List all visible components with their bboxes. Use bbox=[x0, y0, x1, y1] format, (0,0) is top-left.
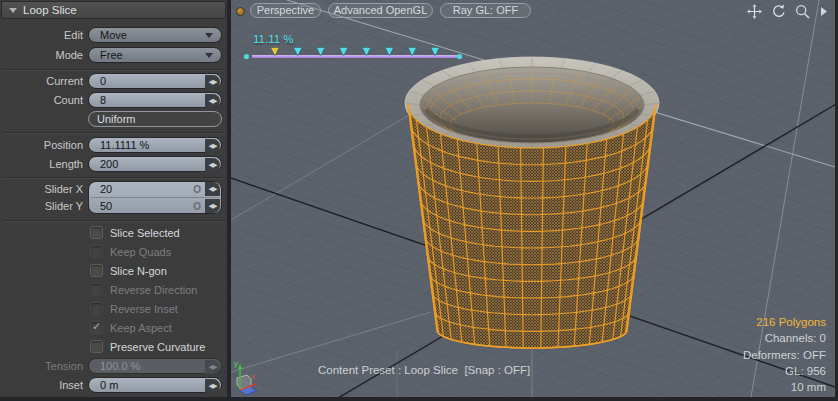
channels-count: Channels: 0 bbox=[743, 330, 826, 346]
slider-xy-field-group: 20 O ◀▶ 50 O ◀▶ bbox=[88, 181, 222, 214]
polygon-count: 216 Polygons bbox=[743, 314, 826, 330]
edit-dropdown[interactable]: Move bbox=[88, 27, 222, 43]
reverse-inset-checkbox bbox=[90, 302, 103, 315]
shading-mode-button[interactable]: Advanced OpenGL bbox=[328, 3, 433, 18]
checkbox-row-keep-aspect: Keep Aspect bbox=[0, 320, 227, 339]
edit-row: Edit Move bbox=[0, 27, 227, 43]
uniform-row: Uniform bbox=[0, 111, 227, 127]
mesh-cup[interactable] bbox=[405, 57, 659, 348]
svg-text:x: x bbox=[251, 372, 255, 381]
perspective-button[interactable]: Perspective bbox=[250, 3, 321, 18]
slider-y-label: Slider Y bbox=[0, 198, 83, 214]
spinner-arrows-icon[interactable]: ◀▶ bbox=[205, 139, 220, 153]
reverse-direction-checkbox bbox=[90, 283, 103, 296]
checkbox-row-slice-selected: Slice Selected bbox=[0, 225, 227, 244]
slice-ngon-checkbox[interactable] bbox=[90, 264, 103, 277]
pan-icon[interactable] bbox=[747, 4, 762, 19]
length-label: Length bbox=[0, 156, 83, 172]
spinner-arrows-icon: ◀▶ bbox=[205, 360, 220, 374]
tension-field: 100.0 % ◀▶ bbox=[88, 358, 222, 374]
gl-count: GL: 956 bbox=[743, 363, 826, 379]
mode-row: Mode Free bbox=[0, 47, 227, 63]
flyout-arrow-icon[interactable] bbox=[819, 6, 828, 17]
spinner-arrows-icon[interactable]: ◀▶ bbox=[205, 158, 220, 172]
chevron-down-icon bbox=[205, 53, 213, 58]
slice-selected-checkbox[interactable] bbox=[90, 226, 103, 239]
svg-text:y: y bbox=[234, 359, 238, 368]
checkbox-row-reverse-inset: Reverse Inset bbox=[0, 301, 227, 320]
checkbox-row-slice-ngon: Slice N-gon bbox=[0, 263, 227, 282]
tension-label: Tension bbox=[0, 358, 83, 374]
slider-y-field[interactable]: 50 O ◀▶ bbox=[89, 199, 221, 214]
3d-viewport[interactable]: xy Perspective Advanced OpenGL Ray GL: O… bbox=[231, 0, 835, 397]
loop-slice-tool-panel: Loop Slice Edit Move Mode Free Current 0… bbox=[0, 0, 227, 397]
panel-title: Loop Slice bbox=[23, 3, 77, 18]
rotate-icon[interactable] bbox=[771, 4, 786, 19]
count-row: Count 8 ◀▶ bbox=[0, 92, 227, 108]
cycle-icon[interactable]: O bbox=[193, 200, 201, 213]
viewport-stats: 216 Polygons Channels: 0 Deformers: OFF … bbox=[743, 314, 826, 395]
panel-header[interactable]: Loop Slice bbox=[1, 1, 226, 19]
keep-aspect-checkbox bbox=[90, 321, 103, 334]
position-field[interactable]: 11.1111 % ◀▶ bbox=[88, 137, 222, 153]
slider-x-field[interactable]: 20 O ◀▶ bbox=[89, 182, 221, 197]
zoom-icon[interactable] bbox=[795, 4, 810, 19]
viewport-menu-dot[interactable] bbox=[236, 7, 245, 16]
inset-row: Inset 0 m ◀▶ bbox=[0, 377, 227, 393]
count-label: Count bbox=[0, 92, 83, 108]
checkbox-row-keep-quads: Keep Quads bbox=[0, 244, 227, 263]
slice-position-readout: 11.11 % bbox=[253, 33, 294, 45]
separator bbox=[3, 132, 224, 133]
edit-label: Edit bbox=[0, 27, 83, 43]
separator bbox=[3, 69, 224, 70]
status-bar-text: Content Preset : Loop Slice [Snap : OFF] bbox=[318, 364, 530, 376]
inset-field[interactable]: 0 m ◀▶ bbox=[88, 377, 222, 393]
spinner-arrows-icon[interactable]: ◀▶ bbox=[205, 94, 220, 108]
cycle-icon[interactable]: O bbox=[193, 183, 201, 196]
group-divider bbox=[91, 197, 219, 198]
checkbox-row-preserve-curvature: Preserve Curvature bbox=[0, 339, 227, 358]
collapse-arrow-icon[interactable] bbox=[9, 8, 17, 13]
viewport-nav-icons bbox=[747, 4, 828, 19]
preserve-curvature-checkbox[interactable] bbox=[90, 340, 103, 353]
length-field[interactable]: 200 ◀▶ bbox=[88, 156, 222, 172]
deformers-state: Deformers: OFF bbox=[743, 347, 826, 363]
uniform-button[interactable]: Uniform bbox=[88, 111, 222, 127]
count-field[interactable]: 8 ◀▶ bbox=[88, 92, 222, 108]
checkbox-row-reverse-direction: Reverse Direction bbox=[0, 282, 227, 301]
spinner-arrows-icon[interactable]: ◀▶ bbox=[205, 182, 220, 196]
keep-quads-checkbox bbox=[90, 245, 103, 258]
current-field[interactable]: 0 ◀▶ bbox=[88, 73, 222, 89]
separator bbox=[3, 177, 224, 178]
separator bbox=[3, 220, 224, 221]
modo-window: Loop Slice Edit Move Mode Free Current 0… bbox=[0, 0, 838, 401]
inset-label: Inset bbox=[0, 377, 83, 393]
spinner-arrows-icon[interactable]: ◀▶ bbox=[205, 75, 220, 89]
length-row: Length 200 ◀▶ bbox=[0, 156, 227, 172]
chevron-down-icon bbox=[205, 33, 213, 38]
current-label: Current bbox=[0, 73, 83, 89]
ray-gl-button[interactable]: Ray GL: OFF bbox=[440, 3, 531, 18]
spinner-arrows-icon[interactable]: ◀▶ bbox=[205, 379, 220, 393]
position-row: Position 11.1111 % ◀▶ bbox=[0, 137, 227, 153]
slider-x-label: Slider X bbox=[0, 181, 83, 197]
tension-row: Tension 100.0 % ◀▶ bbox=[0, 358, 227, 374]
grid-size: 10 mm bbox=[743, 379, 826, 395]
mode-label: Mode bbox=[0, 47, 83, 63]
position-label: Position bbox=[0, 137, 83, 153]
mode-dropdown[interactable]: Free bbox=[88, 47, 222, 63]
current-row: Current 0 ◀▶ bbox=[0, 73, 227, 89]
spinner-arrows-icon[interactable]: ◀▶ bbox=[205, 199, 220, 213]
